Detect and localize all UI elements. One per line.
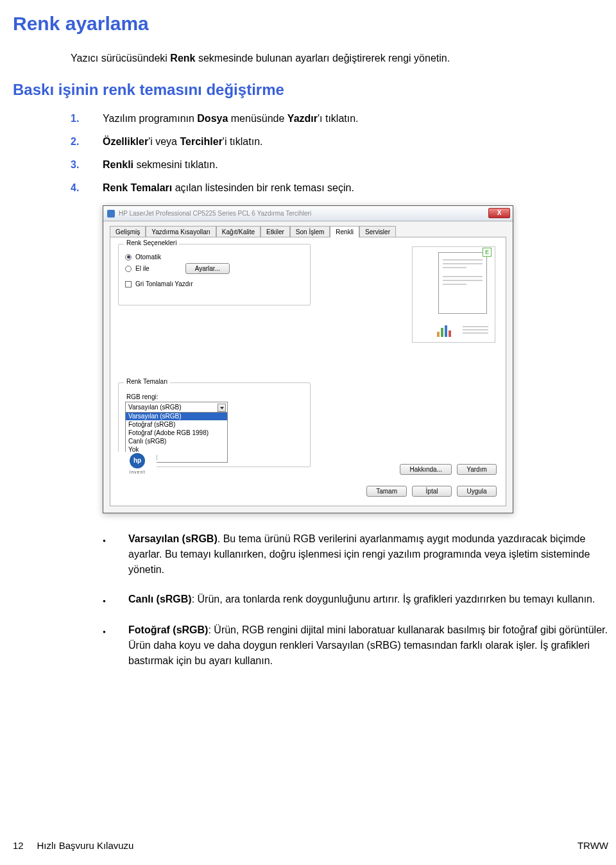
bullet-icon bbox=[103, 531, 128, 578]
t: 'ı tıklatın. bbox=[318, 113, 359, 124]
chevron-down-icon bbox=[218, 404, 226, 412]
intro-pre: Yazıcı sürücüsündeki bbox=[71, 53, 170, 64]
t: Dosya bbox=[197, 113, 228, 124]
about-button[interactable]: Hakkında... bbox=[400, 464, 452, 475]
page-heading: Renk ayarlama bbox=[13, 13, 616, 35]
t: 'i veya bbox=[148, 136, 180, 147]
cancel-button[interactable]: İptal bbox=[412, 486, 452, 497]
titlebar: HP LaserJet Professional CP5225 Series P… bbox=[103, 206, 513, 221]
step-text: Yazılım programının Dosya menüsünde Yazd… bbox=[103, 113, 616, 124]
tab-effects[interactable]: Etkiler bbox=[261, 226, 290, 237]
group-title: Renk Seçenekleri bbox=[124, 239, 179, 246]
e-badge-icon: E bbox=[483, 248, 492, 257]
step-2: 2. Özellikler'i veya Tercihler'i tıklatı… bbox=[71, 136, 616, 148]
radio-manual-label: El ile bbox=[135, 265, 150, 272]
dropdown-item[interactable]: Varsayılan (sRGB) bbox=[126, 412, 227, 420]
bullet-item: Canlı (sRGB): Ürün, ara tonlarda renk do… bbox=[103, 592, 616, 608]
step-number: 1. bbox=[71, 113, 103, 124]
tab-shortcuts[interactable]: Yazdırma Kısayolları bbox=[146, 226, 216, 237]
ok-button[interactable]: Tamam bbox=[366, 486, 407, 497]
buttons-row-upper: Hakkında... Yardım bbox=[400, 464, 497, 475]
t: menüsünde bbox=[228, 113, 287, 124]
color-bars-icon bbox=[437, 324, 451, 337]
step-4: 4. Renk Temaları açılan listesinden bir … bbox=[71, 182, 616, 194]
preview-page: E bbox=[438, 252, 487, 314]
preview-lines bbox=[463, 324, 488, 336]
steps-list: 1. Yazılım programının Dosya menüsünde Y… bbox=[71, 113, 616, 194]
footer-title: Hızlı Başvuru Kılavuzu bbox=[37, 840, 134, 851]
tab-paper[interactable]: Kağıt/Kalite bbox=[216, 226, 261, 237]
tab-color[interactable]: Renkli bbox=[330, 226, 359, 237]
step-number: 3. bbox=[71, 159, 103, 171]
group-title: Renk Temaları bbox=[124, 378, 170, 385]
step-text: Özellikler'i veya Tercihler'i tıklatın. bbox=[103, 136, 616, 148]
intro-post: sekmesinde bulunan ayarları değiştirerek… bbox=[195, 53, 450, 64]
dropdown-selected: Varsayılan (sRGB) bbox=[128, 404, 182, 411]
radio-manual-row[interactable]: El ile Ayarlar... bbox=[125, 263, 304, 274]
hp-logo-sub: invent bbox=[130, 470, 146, 474]
dialog-screenshot: HP LaserJet Professional CP5225 Series P… bbox=[103, 205, 616, 513]
t: 'i tıklatın. bbox=[223, 136, 263, 147]
t: Renkli bbox=[103, 159, 133, 170]
window-title: HP LaserJet Professional CP5225 Series P… bbox=[119, 210, 311, 217]
step-text: Renk Temaları açılan listesinden bir ren… bbox=[103, 182, 616, 194]
t: açılan listesinden bir renk teması seçin… bbox=[172, 182, 354, 193]
bullet-item: Fotoğraf (sRGB): Ürün, RGB rengini dijit… bbox=[103, 622, 616, 669]
bullet-bold: Varsayılan (sRGB) bbox=[128, 533, 218, 544]
dropdown-item[interactable]: Fotoğraf (Adobe RGB 1998) bbox=[126, 429, 227, 437]
bullet-text: Fotoğraf (sRGB): Ürün, RGB rengini dijit… bbox=[128, 622, 616, 669]
t: sekmesini tıklatın. bbox=[133, 159, 218, 170]
rgb-theme-dropdown[interactable]: Varsayılan (sRGB) bbox=[125, 402, 228, 413]
t: Yazılım programının bbox=[103, 113, 197, 124]
step-text: Renkli sekmesini tıklatın. bbox=[103, 159, 616, 171]
tabs-row: Gelişmiş Yazdırma Kısayolları Kağıt/Kali… bbox=[103, 221, 513, 237]
bullet-item: Varsayılan (sRGB). Bu tema ürünü RGB ver… bbox=[103, 531, 616, 578]
hp-logo: hp invent bbox=[118, 452, 157, 475]
step-number: 2. bbox=[71, 136, 103, 148]
bullet-text: Varsayılan (sRGB). Bu tema ürünü RGB ver… bbox=[128, 531, 616, 578]
tab-body: Renk Seçenekleri Otomatik El ile Ayarlar… bbox=[110, 237, 506, 506]
sub-heading: Baskı işinin renk temasını değiştirme bbox=[13, 81, 616, 99]
settings-button[interactable]: Ayarlar... bbox=[185, 263, 230, 274]
apply-button[interactable]: Uygula bbox=[457, 486, 497, 497]
bullet-text: Canlı (sRGB): Ürün, ara tonlarda renk do… bbox=[128, 592, 616, 608]
page-preview: E bbox=[412, 246, 495, 343]
app-icon bbox=[107, 210, 115, 218]
close-button[interactable]: X bbox=[488, 208, 510, 218]
dropdown-item[interactable]: Fotoğraf (sRGB) bbox=[126, 420, 227, 429]
tab-services[interactable]: Servisler bbox=[359, 226, 396, 237]
help-button[interactable]: Yardım bbox=[457, 464, 497, 475]
radio-icon bbox=[125, 266, 132, 272]
intro-paragraph: Yazıcı sürücüsündeki Renk sekmesinde bul… bbox=[71, 53, 616, 64]
intro-bold: Renk bbox=[170, 53, 195, 64]
page-number: 12 bbox=[13, 840, 24, 851]
footer-left: 12 Hızlı Başvuru Kılavuzu bbox=[13, 840, 133, 851]
radio-icon bbox=[125, 254, 132, 261]
tab-finishing[interactable]: Son İşlem bbox=[290, 226, 330, 237]
checkbox-icon bbox=[125, 281, 132, 287]
radio-auto-label: Otomatik bbox=[135, 253, 161, 261]
step-3: 3. Renkli sekmesini tıklatın. bbox=[71, 159, 616, 171]
checkbox-gray-label: Gri Tonlamalı Yazdır bbox=[135, 280, 193, 287]
print-preferences-dialog: HP LaserJet Professional CP5225 Series P… bbox=[103, 205, 513, 513]
bullet-icon bbox=[103, 622, 128, 669]
checkbox-grayscale-row[interactable]: Gri Tonlamalı Yazdır bbox=[125, 280, 304, 287]
color-options-group: Renk Seçenekleri Otomatik El ile Ayarlar… bbox=[118, 244, 311, 305]
step-1: 1. Yazılım programının Dosya menüsünde Y… bbox=[71, 113, 616, 124]
rgb-label: RGB rengi: bbox=[126, 393, 304, 400]
t: Renk Temaları bbox=[103, 182, 172, 193]
t: Yazdır bbox=[287, 113, 318, 124]
bullet-bold: Canlı (sRGB) bbox=[128, 594, 192, 604]
radio-auto-row[interactable]: Otomatik bbox=[125, 253, 304, 261]
bullet-bold: Fotoğraf (sRGB) bbox=[128, 624, 208, 635]
dropdown-item[interactable]: Canlı (sRGB) bbox=[126, 437, 227, 445]
bullet-icon bbox=[103, 592, 128, 608]
step-number: 4. bbox=[71, 182, 103, 194]
tab-advanced[interactable]: Gelişmiş bbox=[110, 226, 146, 237]
bullets-list: Varsayılan (sRGB). Bu tema ürünü RGB ver… bbox=[103, 531, 616, 669]
t: Tercihler bbox=[180, 136, 222, 147]
bullet-rest: : Ürün, ara tonlarda renk doygunluğunu a… bbox=[192, 594, 595, 604]
t: Özellikler bbox=[103, 136, 148, 147]
footer-right: TRWW bbox=[578, 840, 608, 851]
hp-logo-icon: hp bbox=[130, 453, 145, 468]
